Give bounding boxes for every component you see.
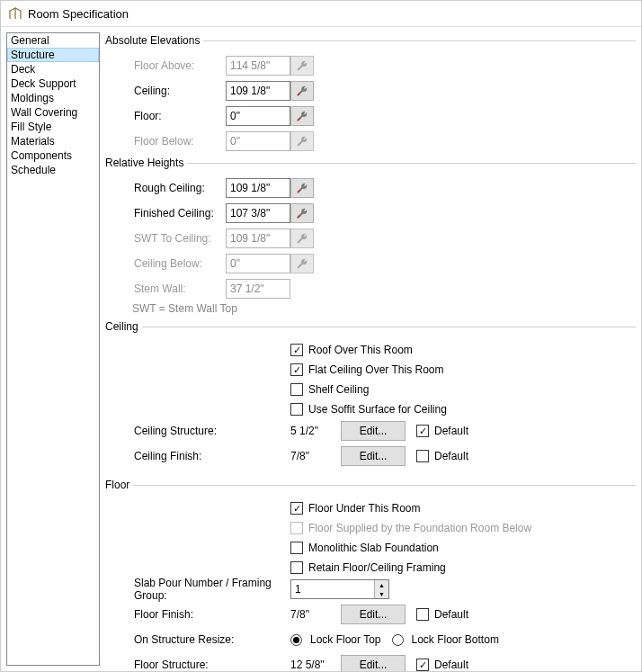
input-floor-below bbox=[226, 131, 290, 151]
label-on-resize: On Structure Resize: bbox=[132, 633, 290, 646]
default-ceiling-finish[interactable]: Default bbox=[416, 450, 468, 462]
check-roof-over[interactable]: ✓Roof Over This Room bbox=[290, 340, 636, 360]
input-floor-above bbox=[226, 56, 290, 76]
check-floor-under-label: Floor Under This Room bbox=[308, 502, 421, 515]
stepper-up-icon[interactable]: ▲ bbox=[375, 580, 388, 589]
label-ceiling-finish: Ceiling Finish: bbox=[132, 450, 290, 462]
window-title: Room Specification bbox=[28, 7, 129, 21]
wrench-ceiling-below bbox=[290, 254, 314, 273]
edit-ceiling-structure[interactable]: Edit... bbox=[341, 421, 406, 441]
check-flat-ceiling[interactable]: ✓Flat Ceiling Over This Room bbox=[290, 360, 636, 380]
group-ceiling: Ceiling bbox=[105, 320, 138, 333]
sidebar-item-deck[interactable]: Deck bbox=[7, 62, 99, 76]
wrench-rough-ceiling[interactable] bbox=[290, 178, 314, 198]
check-use-soffit-label: Use Soffit Surface for Ceiling bbox=[308, 403, 447, 416]
input-floor[interactable] bbox=[226, 106, 290, 126]
note-swt: SWT = Stem Wall Top bbox=[132, 302, 636, 315]
check-monolithic-label: Monolithic Slab Foundation bbox=[308, 542, 439, 554]
check-flat-ceiling-label: Flat Ceiling Over This Room bbox=[308, 363, 444, 376]
check-roof-over-label: Roof Over This Room bbox=[308, 344, 413, 356]
value-floor-finish: 7/8" bbox=[290, 608, 341, 621]
label-stem-wall: Stem Wall: bbox=[132, 282, 226, 295]
edit-ceiling-finish[interactable]: Edit... bbox=[341, 446, 406, 466]
label-swt-to-ceiling: SWT To Ceiling: bbox=[132, 232, 226, 245]
wrench-ceiling[interactable] bbox=[290, 81, 314, 101]
wrench-floor[interactable] bbox=[290, 106, 314, 126]
label-ceiling: Ceiling: bbox=[132, 85, 226, 97]
sidebar-item-structure[interactable]: Structure bbox=[7, 48, 99, 62]
check-use-soffit[interactable]: Use Soffit Surface for Ceiling bbox=[290, 399, 636, 419]
sidebar-item-components[interactable]: Components bbox=[7, 148, 99, 163]
check-retain-label: Retain Floor/Ceiling Framing bbox=[308, 561, 446, 574]
wrench-floor-below bbox=[290, 131, 314, 151]
sidebar-item-general[interactable]: General bbox=[7, 33, 99, 48]
stepper-slab-pour[interactable]: ▲▼ bbox=[290, 579, 389, 599]
input-finished-ceiling[interactable] bbox=[226, 203, 290, 223]
input-swt-to-ceiling bbox=[226, 228, 290, 248]
label-ceiling-structure: Ceiling Structure: bbox=[132, 425, 290, 437]
label-finished-ceiling: Finished Ceiling: bbox=[132, 207, 226, 220]
input-stem-wall bbox=[226, 279, 290, 299]
wrench-swt-to-ceiling bbox=[290, 228, 314, 248]
value-floor-structure: 12 5/8" bbox=[290, 659, 341, 671]
room-icon bbox=[8, 6, 22, 21]
wrench-floor-above bbox=[290, 56, 314, 76]
check-floor-supplied-label: Floor Supplied by the Foundation Room Be… bbox=[308, 522, 531, 534]
default-floor-finish[interactable]: Default bbox=[416, 608, 468, 621]
value-ceiling-finish: 7/8" bbox=[290, 450, 341, 462]
label-floor-below: Floor Below: bbox=[132, 135, 226, 148]
edit-floor-finish[interactable]: Edit... bbox=[341, 605, 406, 624]
edit-floor-structure[interactable]: Edit... bbox=[341, 655, 406, 671]
main-panel: Absolute Elevations Floor Above: Ceiling… bbox=[103, 27, 641, 671]
sidebar-item-deck-support[interactable]: Deck Support bbox=[7, 76, 99, 91]
check-shelf-ceiling-label: Shelf Ceiling bbox=[308, 383, 369, 396]
input-slab-pour[interactable] bbox=[291, 580, 374, 598]
input-ceiling[interactable] bbox=[226, 81, 290, 101]
label-floor-finish: Floor Finish: bbox=[132, 608, 290, 621]
default-floor-structure[interactable]: ✓Default bbox=[416, 659, 468, 671]
sidebar: General Structure Deck Deck Support Mold… bbox=[6, 32, 100, 666]
sidebar-item-fill-style[interactable]: Fill Style bbox=[7, 120, 99, 134]
sidebar-item-moldings[interactable]: Moldings bbox=[7, 91, 99, 105]
check-floor-supplied: Floor Supplied by the Foundation Room Be… bbox=[290, 518, 636, 538]
value-ceiling-structure: 5 1/2" bbox=[290, 425, 341, 437]
titlebar: Room Specification bbox=[1, 1, 641, 27]
group-absolute-elevations: Absolute Elevations bbox=[105, 34, 200, 47]
label-slab-pour: Slab Pour Number / Framing Group: bbox=[132, 577, 290, 602]
default-ceiling-structure[interactable]: ✓Default bbox=[416, 425, 468, 437]
input-ceiling-below bbox=[226, 254, 290, 273]
sidebar-item-wall-covering[interactable]: Wall Covering bbox=[7, 105, 99, 120]
stepper-down-icon[interactable]: ▼ bbox=[375, 589, 388, 598]
label-rough-ceiling: Rough Ceiling: bbox=[132, 182, 226, 194]
label-floor-structure: Floor Structure: bbox=[132, 659, 290, 671]
wrench-finished-ceiling[interactable] bbox=[290, 203, 314, 223]
label-ceiling-below: Ceiling Below: bbox=[132, 257, 226, 270]
check-shelf-ceiling[interactable]: Shelf Ceiling bbox=[290, 380, 636, 399]
label-floor-above: Floor Above: bbox=[132, 59, 226, 72]
group-relative-heights: Relative Heights bbox=[105, 157, 183, 169]
check-floor-under[interactable]: ✓Floor Under This Room bbox=[290, 498, 636, 518]
radio-lock-bottom[interactable]: Lock Floor Bottom bbox=[392, 633, 499, 646]
check-monolithic[interactable]: Monolithic Slab Foundation bbox=[290, 538, 636, 558]
check-retain[interactable]: Retain Floor/Ceiling Framing bbox=[290, 558, 636, 578]
group-floor: Floor bbox=[105, 479, 129, 491]
sidebar-item-schedule[interactable]: Schedule bbox=[7, 163, 99, 177]
radio-lock-top[interactable]: Lock Floor Top bbox=[290, 633, 381, 646]
input-rough-ceiling[interactable] bbox=[226, 178, 290, 198]
sidebar-item-materials[interactable]: Materials bbox=[7, 134, 99, 148]
label-floor: Floor: bbox=[132, 110, 226, 122]
